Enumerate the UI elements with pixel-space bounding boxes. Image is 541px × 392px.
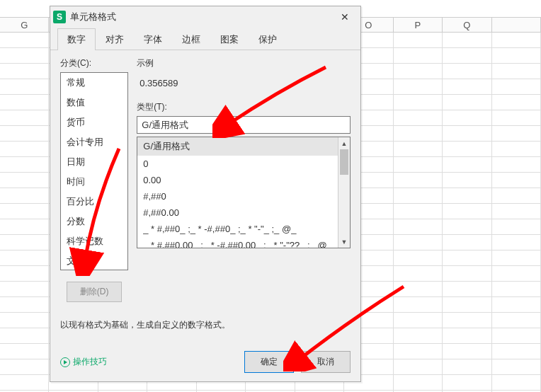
grid-cell[interactable] bbox=[492, 282, 541, 297]
column-header[interactable]: Q bbox=[443, 18, 491, 33]
grid-cell[interactable] bbox=[0, 359, 49, 375]
category-item[interactable]: 常规 bbox=[61, 73, 127, 93]
grid-cell[interactable] bbox=[394, 173, 443, 188]
grid-cell[interactable] bbox=[492, 359, 541, 375]
grid-cell[interactable] bbox=[0, 33, 49, 48]
grid-cell[interactable] bbox=[0, 250, 49, 266]
grid-cell[interactable] bbox=[492, 110, 541, 126]
grid-cell[interactable] bbox=[443, 142, 491, 157]
grid-cell[interactable] bbox=[492, 64, 541, 79]
grid-cell[interactable] bbox=[0, 64, 49, 79]
grid-cell[interactable] bbox=[492, 344, 541, 359]
grid-cell[interactable] bbox=[0, 313, 49, 328]
grid-cell[interactable] bbox=[394, 282, 443, 297]
grid-cell[interactable] bbox=[394, 219, 443, 235]
grid-cell[interactable] bbox=[0, 142, 49, 157]
cancel-button[interactable]: 取消 bbox=[301, 351, 351, 373]
grid-cell[interactable] bbox=[443, 266, 491, 282]
type-input[interactable] bbox=[137, 116, 351, 134]
category-item[interactable]: 会计专用 bbox=[61, 132, 127, 152]
close-button[interactable]: ✕ bbox=[332, 8, 358, 26]
grid-cell[interactable] bbox=[443, 48, 491, 64]
delete-button[interactable]: 删除(D) bbox=[67, 282, 123, 302]
grid-cell[interactable] bbox=[394, 204, 443, 219]
grid-cell[interactable] bbox=[443, 297, 491, 313]
grid-cell[interactable] bbox=[492, 33, 541, 48]
grid-cell[interactable] bbox=[443, 79, 491, 95]
tab[interactable]: 对齐 bbox=[96, 28, 134, 50]
grid-cell[interactable] bbox=[492, 235, 541, 250]
scroll-up-arrow[interactable]: ▲ bbox=[338, 137, 350, 149]
type-item[interactable]: #,##0 bbox=[137, 188, 338, 204]
category-item[interactable]: 日期 bbox=[61, 152, 127, 172]
grid-cell[interactable] bbox=[443, 282, 491, 297]
tab[interactable]: 边框 bbox=[172, 28, 210, 50]
grid-cell[interactable] bbox=[492, 297, 541, 313]
grid-cell[interactable] bbox=[394, 48, 443, 64]
grid-cell[interactable] bbox=[492, 173, 541, 188]
scrollbar[interactable]: ▲ ▼ bbox=[338, 137, 350, 248]
grid-cell[interactable] bbox=[492, 142, 541, 157]
grid-cell[interactable] bbox=[0, 48, 49, 64]
grid-cell[interactable] bbox=[492, 157, 541, 173]
type-item[interactable]: _ * #,##0.00_ ;_ * -#,##0.00_ ;_ * "-"??… bbox=[137, 237, 338, 248]
grid-cell[interactable] bbox=[0, 282, 49, 297]
grid-cell[interactable] bbox=[394, 250, 443, 266]
grid-cell[interactable] bbox=[443, 126, 491, 142]
column-header[interactable]: G bbox=[0, 18, 49, 33]
grid-cell[interactable] bbox=[443, 110, 491, 126]
grid-cell[interactable] bbox=[443, 219, 491, 235]
grid-cell[interactable] bbox=[443, 188, 491, 204]
column-header[interactable]: P bbox=[394, 18, 443, 33]
ok-button[interactable]: 确定 bbox=[244, 351, 294, 373]
tab[interactable]: 保护 bbox=[249, 28, 287, 50]
grid-cell[interactable] bbox=[492, 219, 541, 235]
grid-cell[interactable] bbox=[443, 235, 491, 250]
grid-cell[interactable] bbox=[394, 142, 443, 157]
column-header[interactable] bbox=[492, 18, 541, 33]
grid-cell[interactable] bbox=[394, 266, 443, 282]
grid-cell[interactable] bbox=[443, 33, 491, 48]
grid-cell[interactable] bbox=[443, 157, 491, 173]
grid-cell[interactable] bbox=[492, 204, 541, 219]
grid-cell[interactable] bbox=[394, 79, 443, 95]
grid-cell[interactable] bbox=[394, 235, 443, 250]
category-item[interactable]: 货币 bbox=[61, 113, 127, 132]
grid-cell[interactable] bbox=[0, 95, 49, 110]
grid-cell[interactable] bbox=[443, 328, 491, 344]
grid-cell[interactable] bbox=[0, 204, 49, 219]
type-item[interactable]: G/通用格式 bbox=[137, 137, 338, 156]
type-item[interactable]: _ * #,##0_ ;_ * -#,##0_ ;_ * "-"_ ;_ @_ bbox=[137, 221, 338, 237]
grid-cell[interactable] bbox=[492, 126, 541, 142]
category-item[interactable]: 时间 bbox=[61, 172, 127, 192]
grid-cell[interactable] bbox=[443, 375, 491, 391]
grid-cell[interactable] bbox=[0, 266, 49, 282]
grid-cell[interactable] bbox=[443, 344, 491, 359]
grid-cell[interactable] bbox=[394, 313, 443, 328]
grid-cell[interactable] bbox=[0, 126, 49, 142]
grid-cell[interactable] bbox=[492, 188, 541, 204]
grid-cell[interactable] bbox=[443, 204, 491, 219]
grid-cell[interactable] bbox=[443, 64, 491, 79]
tips-link[interactable]: 操作技巧 bbox=[60, 356, 107, 368]
grid-cell[interactable] bbox=[394, 126, 443, 142]
grid-cell[interactable] bbox=[0, 235, 49, 250]
tab[interactable]: 图案 bbox=[210, 28, 249, 50]
grid-cell[interactable] bbox=[0, 188, 49, 204]
grid-cell[interactable] bbox=[394, 297, 443, 313]
grid-cell[interactable] bbox=[394, 33, 443, 48]
tab[interactable]: 数字 bbox=[57, 28, 96, 50]
grid-cell[interactable] bbox=[492, 375, 541, 391]
category-item[interactable]: 科学记数 bbox=[61, 231, 127, 251]
category-item[interactable]: 数值 bbox=[61, 93, 127, 113]
grid-cell[interactable] bbox=[492, 95, 541, 110]
grid-cell[interactable] bbox=[394, 375, 443, 391]
category-item[interactable]: 文本 bbox=[61, 251, 127, 270]
grid-cell[interactable] bbox=[492, 250, 541, 266]
grid-cell[interactable] bbox=[492, 266, 541, 282]
grid-cell[interactable] bbox=[443, 250, 491, 266]
grid-cell[interactable] bbox=[443, 173, 491, 188]
grid-cell[interactable] bbox=[0, 219, 49, 235]
type-item[interactable]: 0.00 bbox=[137, 172, 338, 188]
grid-cell[interactable] bbox=[0, 157, 49, 173]
